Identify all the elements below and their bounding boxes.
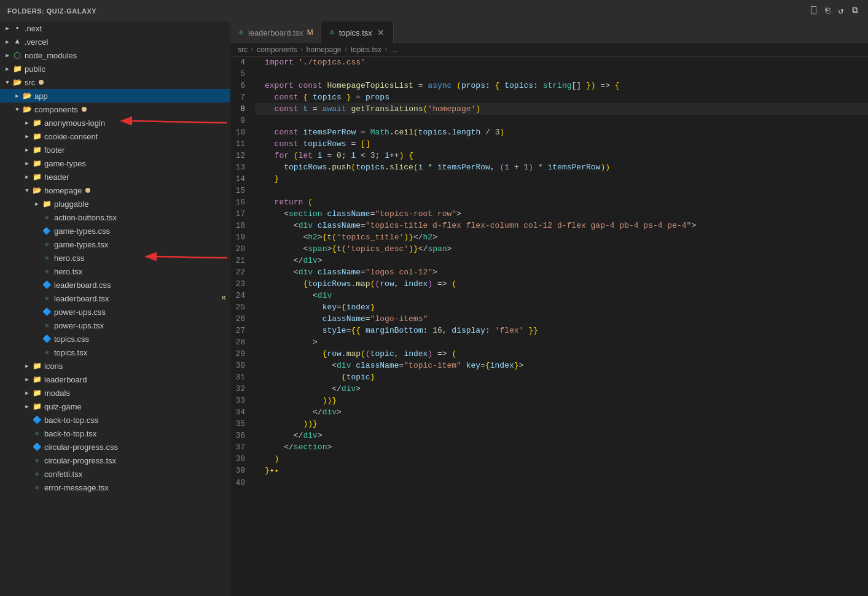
- sidebar-item-game-types-css[interactable]: 🔷 game-types.css: [0, 224, 230, 238]
- folder-icon: 📁: [32, 361, 42, 371]
- line-number: 30: [230, 360, 255, 371]
- sidebar-item-topics-tsx[interactable]: ⚛ topics.tsx: [0, 346, 230, 359]
- arrow-icon: [2, 25, 12, 32]
- line-content: </div>: [255, 255, 868, 266]
- arrow-icon: [22, 187, 32, 194]
- new-file-button[interactable]: ⎕: [808, 4, 818, 17]
- tsx-icon: ⚛: [32, 455, 42, 465]
- sidebar-item-anonymous-login[interactable]: 📁 anonymous-login: [0, 116, 230, 130]
- sidebar-item-game-types[interactable]: 📁 game-types: [0, 157, 230, 170]
- line-content: <section className="topics-root row">: [255, 208, 868, 220]
- tsx-icon: ⚛: [42, 266, 52, 276]
- sidebar-item-app[interactable]: 📂 app: [0, 89, 230, 103]
- line-number: 13: [230, 161, 255, 173]
- sidebar-item-power-ups-css[interactable]: 🔷 power-ups.css: [0, 305, 230, 319]
- main-layout: ▪ .next ▲ .vercel ⬡ node_modules 📁 publi…: [0, 21, 868, 596]
- tab-close-button[interactable]: ✕: [376, 28, 386, 37]
- code-line-28: 28 >: [230, 336, 868, 348]
- sidebar-item-leaderboard-tsx[interactable]: ⚛ leaderboard.tsx M: [0, 292, 230, 305]
- css-icon: 🔷: [42, 226, 52, 236]
- sidebar-item-icons[interactable]: 📁 icons: [0, 359, 230, 373]
- line-content: export const HomepageTopicsList = async …: [255, 80, 868, 91]
- refresh-button[interactable]: ↺: [836, 4, 846, 17]
- sidebar-item-node-modules[interactable]: ⬡ node_modules: [0, 48, 230, 62]
- code-editor[interactable]: 4 import './topics.css' 5 6 export const…: [230, 56, 868, 596]
- sidebar-item-pluggable[interactable]: 📁 pluggable: [0, 197, 230, 211]
- folder-icon: 📁: [32, 401, 42, 411]
- code-line-38: 38 ): [230, 453, 868, 465]
- sidebar-item-label: action-buttons.tsx: [54, 213, 117, 222]
- collapse-button[interactable]: ⧉: [850, 4, 861, 17]
- sidebar-item-cookie-consent[interactable]: 📁 cookie-consent: [0, 130, 230, 143]
- sidebar-item-header[interactable]: 📁 header: [0, 170, 230, 184]
- new-folder-button[interactable]: ⎗: [823, 4, 832, 17]
- sidebar-item-error-message-tsx[interactable]: ⚛ error-message.tsx: [0, 481, 230, 494]
- line-content: [255, 185, 868, 196]
- folder-open-icon: 📂: [32, 185, 42, 195]
- sidebar-item-power-ups-tsx[interactable]: ⚛ power-ups.tsx: [0, 319, 230, 332]
- sidebar-item-game-types-tsx[interactable]: ⚛ game-types.tsx: [0, 238, 230, 251]
- breadcrumb-homepage[interactable]: homepage: [307, 45, 342, 54]
- sidebar-item-label: .vercel: [25, 37, 48, 47]
- line-content: const topicRows = []: [255, 138, 868, 150]
- css-icon: 🔷: [32, 415, 42, 425]
- sidebar-item-circular-progress-tsx[interactable]: ⚛ circular-progress.tsx: [0, 454, 230, 467]
- tab-leaderboard-tsx[interactable]: ⚛ leaderboard.tsx M: [230, 21, 321, 43]
- line-content: <div className="topic-item" key={index}>: [255, 360, 868, 371]
- line-number: 10: [230, 126, 255, 138]
- line-content: ))}: [255, 418, 868, 430]
- sidebar-item-action-buttons-tsx[interactable]: ⚛ action-buttons.tsx: [0, 211, 230, 224]
- line-content: key={index}: [255, 301, 868, 313]
- sidebar-item-circular-progress-css[interactable]: 🔷 circular-progress.css: [0, 440, 230, 454]
- sidebar-item-modals[interactable]: 📁 modals: [0, 386, 230, 400]
- code-line-31: 31 {topic}: [230, 371, 868, 383]
- sidebar-item-label: icons: [44, 362, 63, 371]
- arrow-icon: [12, 106, 22, 113]
- sidebar-item-label: power-ups.css: [54, 308, 106, 317]
- sidebar-item-hero-tsx[interactable]: ⚛ hero.tsx: [0, 265, 230, 278]
- arrow-icon: [12, 93, 22, 99]
- breadcrumb-src[interactable]: src: [238, 45, 248, 54]
- code-line-37: 37 </section>: [230, 441, 868, 453]
- sidebar-item-back-to-top-tsx[interactable]: ⚛ back-to-top.tsx: [0, 427, 230, 440]
- breadcrumb-components[interactable]: components: [257, 45, 297, 54]
- sidebar-item-label: cookie-consent: [44, 132, 98, 141]
- sidebar-item-leaderboard-folder[interactable]: 📁 leaderboard: [0, 373, 230, 386]
- sidebar-item-homepage[interactable]: 📂 homepage: [0, 184, 230, 197]
- sidebar-item-next[interactable]: ▪ .next: [0, 21, 230, 35]
- sidebar-item-back-to-top-css[interactable]: 🔷 back-to-top.css: [0, 413, 230, 427]
- sidebar-item-confetti-tsx[interactable]: ⚛ confetti.tsx: [0, 467, 230, 481]
- line-content: ): [255, 453, 868, 465]
- sidebar-item-src[interactable]: 📂 src: [0, 75, 230, 89]
- code-line-5: 5: [230, 68, 868, 80]
- sidebar-item-quiz-game[interactable]: 📁 quiz-game: [0, 400, 230, 413]
- line-number: 25: [230, 301, 255, 313]
- line-content: topicRows.push(topics.slice(i * itemsPer…: [255, 161, 868, 173]
- line-content: [255, 477, 868, 489]
- arrow-icon: [32, 201, 42, 207]
- tab-topics-tsx[interactable]: ⚛ topics.tsx ✕: [321, 21, 394, 43]
- css-icon: 🔷: [42, 280, 52, 290]
- line-content: </div>: [255, 430, 868, 441]
- sidebar: ▪ .next ▲ .vercel ⬡ node_modules 📁 publi…: [0, 21, 230, 596]
- sidebar-item-public[interactable]: 📁 public: [0, 62, 230, 75]
- line-content: style={{ marginBottom: 16, display: 'fle…: [255, 325, 868, 336]
- sidebar-item-topics-css[interactable]: 🔷 topics.css: [0, 332, 230, 346]
- line-content: [255, 68, 868, 80]
- breadcrumb-ellipsis[interactable]: …: [391, 45, 398, 54]
- sidebar-item-footer[interactable]: 📁 footer: [0, 143, 230, 157]
- line-number: 40: [230, 477, 255, 489]
- folder-icon: 📁: [32, 145, 42, 155]
- sidebar-item-label: back-to-top.css: [44, 416, 98, 425]
- code-line-24: 24 <div: [230, 290, 868, 301]
- line-number: 27: [230, 325, 255, 336]
- sidebar-item-leaderboard-css[interactable]: 🔷 leaderboard.css: [0, 278, 230, 292]
- tsx-tab-icon: ⚛: [238, 28, 244, 37]
- arrow-icon: [2, 79, 12, 86]
- breadcrumb-topics-tsx[interactable]: topics.tsx: [351, 45, 381, 54]
- sidebar-item-hero-css[interactable]: ⚛ hero.css: [0, 251, 230, 265]
- breadcrumb-sep: ›: [344, 45, 348, 54]
- sidebar-item-components[interactable]: 📂 components: [0, 103, 230, 116]
- tab-bar: ⚛ leaderboard.tsx M ⚛ topics.tsx ✕: [230, 21, 868, 43]
- sidebar-item-vercel[interactable]: ▲ .vercel: [0, 35, 230, 48]
